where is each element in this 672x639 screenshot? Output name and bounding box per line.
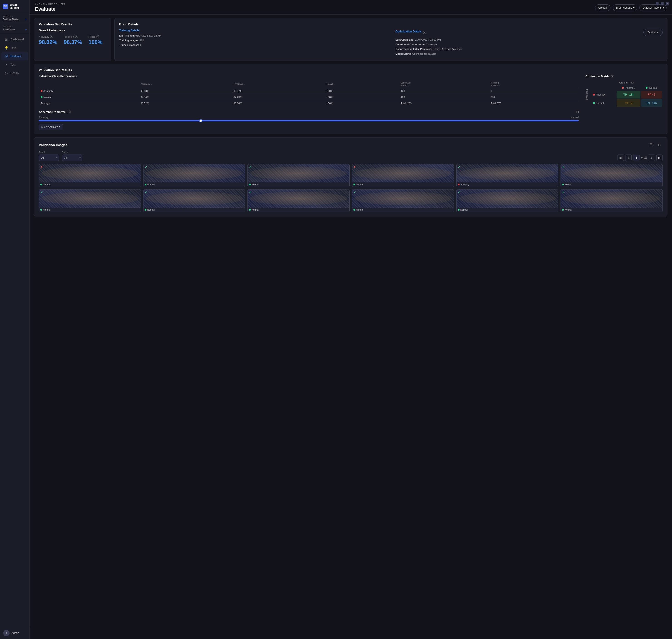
page-last-button[interactable]: ⏭ <box>656 155 663 161</box>
accuracy-label: Accuracy ℹ <box>39 35 57 38</box>
cm-col-anomaly: Anomaly <box>617 85 640 90</box>
label-dot-icon <box>249 209 251 211</box>
page-prev-button[interactable]: ‹ <box>625 155 631 161</box>
training-section-title: Training Details <box>119 29 386 32</box>
cm-col-normal: Normal <box>641 85 662 90</box>
table-row: Normal 97.34% 97.23% 100% 120 780 <box>39 94 579 100</box>
class-filter-select[interactable]: All Normal Anomaly <box>62 155 82 161</box>
avatar: A <box>3 630 10 636</box>
slider-right-label: Normal <box>571 116 579 119</box>
label-text: Normal <box>251 183 259 186</box>
filters-row: Result All Correct Incorrect Class All <box>39 151 663 161</box>
deploy-icon: ▷ <box>4 71 8 75</box>
sidebar-item-dashboard[interactable]: ⊞ Dashboard <box>1 35 28 44</box>
dataset-chevron-icon: ▾ <box>26 28 27 31</box>
grid-view-icon[interactable]: ⊟ <box>656 142 663 148</box>
recall-info-icon[interactable]: ℹ <box>96 35 99 38</box>
brain-details-inner: Training Details Last Trained: 01/04/202… <box>119 29 663 57</box>
accuracy-info-icon[interactable]: ℹ <box>50 35 53 38</box>
close-button[interactable]: ✕ <box>666 2 669 5</box>
slider-thumb[interactable] <box>199 119 202 122</box>
thumb-label: Normal <box>143 183 245 187</box>
col-recall[interactable]: Recall ↑ <box>325 80 399 88</box>
thumb-label: Normal <box>352 208 454 212</box>
page-first-button[interactable]: ⏮ <box>617 155 624 161</box>
project-chevron-icon: ▾ <box>26 18 27 21</box>
training-detail-0: Last Trained: 01/04/2022 6:03:13 AM <box>119 34 386 38</box>
list-view-icon[interactable]: ☰ <box>648 142 654 148</box>
label-text: Normal <box>565 208 572 211</box>
image-thumb[interactable]: ✓ Normal <box>39 189 141 212</box>
thumb-label: Normal <box>39 208 141 212</box>
brain-details-title: Brain Details <box>119 22 663 26</box>
image-thumb[interactable]: ✓ Normal <box>352 189 454 212</box>
label-dot-icon <box>353 209 355 211</box>
page-input[interactable] <box>633 155 640 160</box>
label-dot-icon <box>41 184 42 185</box>
check-icon: ✓ <box>458 191 460 194</box>
tuning-icon[interactable]: ⊟ <box>576 110 579 114</box>
image-thumb[interactable]: ✓ Normal <box>143 189 245 212</box>
cm-row-label-normal: Normal <box>591 99 616 107</box>
sidebar-item-evaluate[interactable]: ☑ Evaluate <box>1 52 28 60</box>
label-dot-icon <box>145 209 147 211</box>
optimization-info-icon[interactable]: ℹ <box>423 31 426 34</box>
thumb-label: Normal <box>248 183 349 187</box>
optimization-detail-1: Duration of Optimization: Thorough <box>396 43 663 47</box>
cm-tn-cell: TN - 115 <box>641 99 662 107</box>
thumb-image: ✓ <box>143 189 245 208</box>
training-col: Training Details Last Trained: 01/04/202… <box>119 29 386 57</box>
precision-info-icon[interactable]: ℹ <box>75 35 78 38</box>
class-filter-group: Class All Normal Anomaly <box>62 151 82 161</box>
check-icon: ✓ <box>562 191 565 194</box>
image-thumb[interactable]: ✓ Normal <box>143 164 245 187</box>
adherence-info-icon[interactable]: ℹ <box>68 110 71 113</box>
image-thumb[interactable]: ✗ Normal <box>352 164 454 187</box>
thumb-image: ✓ <box>457 164 558 183</box>
label-text: Normal <box>460 208 468 211</box>
validation-detail-card: Validation Set Results Individual Class … <box>34 64 668 134</box>
image-grid: ✗ Normal ✓ Normal ✓ Normal ✗ Normal <box>39 164 663 212</box>
upload-button[interactable]: Upload <box>595 4 610 11</box>
sidebar-item-train[interactable]: 💡 Train <box>1 44 28 52</box>
label-dot-icon <box>41 209 42 211</box>
recall-metric: Recall ℹ 100% <box>89 35 102 45</box>
skew-dropdown[interactable]: Skew Anomaly ▾ <box>39 124 63 130</box>
confusion-info-icon[interactable]: ℹ <box>611 75 614 78</box>
dashboard-icon: ⊞ <box>4 38 8 41</box>
page-content: Validation Set Results Overall Performan… <box>30 15 672 639</box>
brain-actions-button[interactable]: Brain Actions ▾ <box>613 4 637 11</box>
image-thumb[interactable]: ✓ Normal <box>456 189 559 212</box>
result-filter-select[interactable]: All Correct Incorrect <box>39 155 59 161</box>
optimize-button[interactable]: Optimize <box>643 29 663 36</box>
images-title: Validation Images <box>39 143 68 147</box>
confusion-matrix-section: Confusion Matrix ℹ Predicted Ground Trut… <box>585 75 663 130</box>
label-text: Normal <box>43 208 50 211</box>
image-thumb[interactable]: ✗ Normal <box>39 164 141 187</box>
image-thumb[interactable]: ✓ Normal <box>247 164 350 187</box>
col-train-images[interactable]: TrainingImages ↑ <box>489 80 579 88</box>
col-accuracy[interactable]: Accuracy ↓ <box>139 80 232 88</box>
col-val-images[interactable]: ValidationImages ↑ <box>399 80 489 88</box>
page-next-button[interactable]: › <box>648 155 655 161</box>
image-thumb[interactable]: ✓ Normal <box>561 164 663 187</box>
image-thumb[interactable]: ✓ Normal <box>561 189 663 212</box>
label-text: Anomaly <box>460 183 469 186</box>
dataset-value[interactable]: Rice Cakes ▾ <box>3 28 27 31</box>
thumb-label: Anomaly <box>457 183 558 187</box>
sidebar-item-test[interactable]: ✓ Test <box>1 61 28 69</box>
brain-actions-chevron-icon: ▾ <box>633 6 635 9</box>
slider-track[interactable] <box>39 120 579 121</box>
thumb-label: Normal <box>561 183 662 187</box>
cm-empty-header <box>591 85 616 90</box>
sidebar-item-label: Deploy <box>11 72 19 75</box>
label-dot-icon <box>562 209 564 211</box>
sidebar-item-label: Test <box>11 63 15 66</box>
minimize-button[interactable]: — <box>656 2 659 5</box>
col-precision[interactable]: Precision ↑ <box>232 80 325 88</box>
image-thumb[interactable]: ✓ Anomaly <box>456 164 559 187</box>
maximize-button[interactable]: □ <box>661 2 664 5</box>
project-value[interactable]: Getting Started ▾ <box>3 18 27 21</box>
sidebar-item-deploy[interactable]: ▷ Deploy <box>1 69 28 77</box>
image-thumb[interactable]: ✓ Normal <box>247 189 350 212</box>
